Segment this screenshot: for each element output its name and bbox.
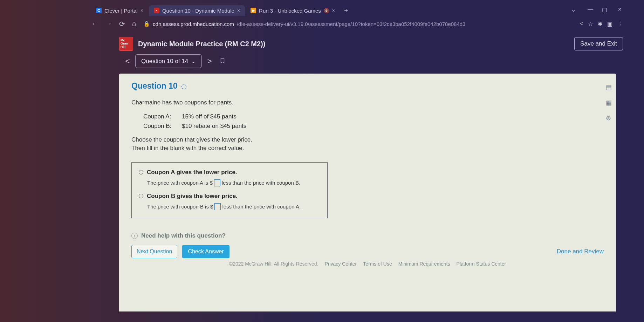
help-row[interactable]: › Need help with this question?	[131, 232, 604, 239]
url-path: /dle-assess-delivery-ui/v3.19.0/assessme…	[237, 21, 466, 27]
help-label: Need help with this question?	[141, 232, 226, 239]
calculator-icon[interactable]: ▦	[606, 99, 612, 107]
terms-link[interactable]: Terms of Use	[363, 261, 392, 267]
url-domain: cdn.assess.prod.mheducation.com	[153, 21, 234, 27]
toolbar-right-icons: < ☆ ✱ ▣ ⋮	[580, 21, 623, 27]
minimize-icon[interactable]: —	[588, 6, 593, 13]
bottom-bar: Next Question Check Answer Done and Revi…	[131, 245, 604, 258]
minreq-link[interactable]: Minimum Requirements	[398, 261, 450, 267]
close-window-icon[interactable]: ×	[618, 6, 621, 13]
screen-root: C Clever | Portal × ▪ Question 10 - Dyna…	[0, 0, 644, 322]
coupon-b-label: Coupon B:	[143, 121, 177, 131]
back-icon[interactable]: ←	[91, 20, 98, 28]
bookmark-icon[interactable]	[219, 57, 226, 66]
mute-icon[interactable]: 🔇	[324, 8, 329, 13]
done-review-link[interactable]: Done and Review	[557, 248, 604, 255]
notes-icon[interactable]: ▤	[606, 83, 612, 91]
instruct-1: Choose the coupon that gives the lower p…	[131, 136, 604, 144]
run3-favicon: ▶	[251, 8, 256, 13]
next-question-button[interactable]: Next Question	[131, 245, 177, 258]
new-tab-button[interactable]: +	[341, 7, 352, 15]
instruct-2: Then fill in the blank with the correct …	[131, 144, 604, 152]
clever-favicon: C	[96, 8, 102, 13]
option-a-post: less than the price with coupon B.	[222, 180, 300, 186]
mcgraw-hill-logo: Mc Graw Hill	[119, 37, 133, 51]
question-heading-row: Question 10 ◌	[131, 81, 604, 91]
coupon-a-text: 15% off of $45 pants	[182, 112, 237, 121]
home-icon[interactable]: ⌂	[132, 20, 136, 28]
tab-mcgraw[interactable]: ▪ Question 10 - Dynamic Module ×	[149, 5, 245, 16]
browser-toolbar: ← → ⟳ ⌂ 🔒 cdn.assess.prod.mheducation.co…	[91, 18, 623, 30]
next-question-chevron[interactable]: >	[205, 55, 214, 68]
coupon-b-row: Coupon B: $10 rebate on $45 pants	[143, 121, 604, 131]
option-b-post: less than the price with coupon A.	[222, 204, 300, 210]
question-nav: < Question 10 of 14 ⌄ >	[123, 54, 226, 68]
option-a-pre: The price with coupon A is $	[147, 180, 213, 186]
option-a-value-input[interactable]	[214, 179, 220, 186]
chevron-down-icon: ⌄	[191, 57, 196, 65]
nav-arrows: ← → ⟳ ⌂	[91, 20, 136, 28]
tool-rail: ▤ ▦ ⊜	[606, 83, 612, 122]
close-icon[interactable]: ×	[141, 8, 143, 13]
tab-clever-label: Clever | Portal	[104, 8, 138, 14]
question-of-label: Question 10 of 14	[141, 58, 188, 65]
coupon-a-label: Coupon A:	[143, 112, 177, 121]
save-exit-button[interactable]: Save and Exit	[574, 37, 623, 50]
coupon-a-row: Coupon A: 15% off of $45 pants	[143, 112, 604, 121]
status-link[interactable]: Platform Status Center	[457, 261, 506, 267]
tab-clever[interactable]: C Clever | Portal ×	[91, 5, 148, 16]
radio-icon[interactable]	[139, 194, 143, 198]
star-icon[interactable]: ☆	[588, 21, 593, 27]
option-b-pre: The price with coupon B is $	[147, 204, 213, 210]
option-a-label: Coupon A gives the lower price.	[147, 169, 237, 176]
question-panel: Question 10 ◌ Charmaine has two coupons …	[119, 74, 616, 311]
coupon-b-text: $10 rebate on $45 pants	[182, 121, 246, 131]
tab-run3-label: Run 3 - Unblocked Games	[259, 8, 321, 14]
expand-icon[interactable]: ⌄	[571, 6, 576, 13]
option-b-label: Coupon B gives the lower price.	[147, 193, 238, 200]
mcgraw-favicon: ▪	[154, 8, 159, 13]
maximize-icon[interactable]: ▢	[602, 6, 607, 13]
module-title: Dynamic Module Practice (RM C2 M2))	[138, 40, 265, 48]
forward-icon[interactable]: →	[105, 20, 112, 28]
close-icon[interactable]: ×	[332, 8, 335, 13]
coupon-block: Coupon A: 15% off of $45 pants Coupon B:…	[143, 112, 604, 131]
question-selector[interactable]: Question 10 of 14 ⌄	[135, 54, 202, 68]
app-header: Mc Graw Hill Dynamic Module Practice (RM…	[119, 36, 623, 52]
lock-icon: 🔒	[143, 21, 150, 27]
option-a[interactable]: Coupon A gives the lower price.	[139, 169, 320, 176]
address-bar[interactable]: 🔒 cdn.assess.prod.mheducation.com/dle-as…	[141, 21, 492, 27]
prev-question-button[interactable]: <	[123, 55, 132, 68]
tab-mcgraw-label: Question 10 - Dynamic Module	[162, 8, 234, 14]
menu-icon[interactable]: ⋮	[617, 21, 623, 27]
option-b-value-input[interactable]	[214, 203, 221, 210]
close-icon[interactable]: ×	[237, 8, 240, 13]
privacy-link[interactable]: Privacy Center	[324, 261, 357, 267]
profile-icon[interactable]: ▣	[607, 21, 612, 27]
question-intro: Charmaine has two coupons for pants.	[131, 98, 604, 107]
browser-tabs: C Clever | Portal × ▪ Question 10 - Dyna…	[91, 5, 623, 16]
question-status-icon: ◌	[181, 82, 187, 90]
footer-legal: ©2022 McGraw Hill. All Rights Reserved. …	[131, 261, 604, 267]
share-icon[interactable]: <	[580, 21, 583, 27]
chevron-right-icon: ›	[131, 233, 138, 239]
tab-run3[interactable]: ▶ Run 3 - Unblocked Games 🔇 ×	[246, 5, 340, 16]
radio-icon[interactable]	[139, 170, 143, 174]
option-a-detail: The price with coupon A is $ less than t…	[147, 179, 320, 186]
option-b-detail: The price with coupon B is $ less than t…	[147, 203, 320, 210]
question-heading: Question 10	[131, 81, 178, 91]
check-answer-button[interactable]: Check Answer	[182, 245, 229, 258]
option-b[interactable]: Coupon B gives the lower price.	[139, 193, 320, 200]
logo-line3: Hill	[121, 46, 125, 49]
print-icon[interactable]: ⊜	[606, 114, 612, 122]
answer-box: Coupon A gives the lower price. The pric…	[131, 162, 328, 218]
extension-icon[interactable]: ✱	[598, 21, 602, 27]
copyright-text: ©2022 McGraw Hill. All Rights Reserved.	[229, 261, 318, 267]
reload-icon[interactable]: ⟳	[119, 20, 125, 28]
